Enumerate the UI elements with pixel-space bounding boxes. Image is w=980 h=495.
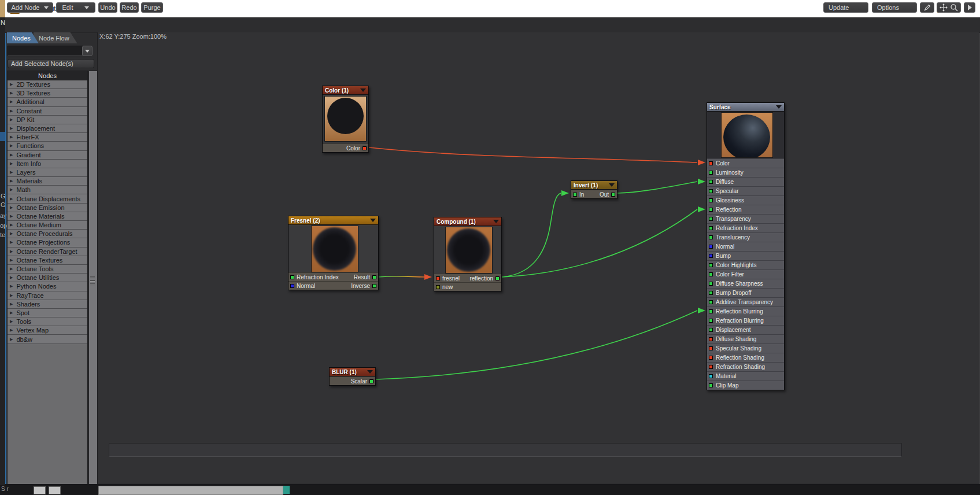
surface-input-diffuse-shading[interactable]: Diffuse Shading (707, 334, 784, 343)
port-connector-red[interactable] (709, 346, 713, 350)
pen-icon[interactable] (920, 2, 934, 13)
tab-node-flow[interactable]: Node Flow (34, 32, 77, 43)
port-connector-green[interactable] (369, 379, 373, 383)
port-connector-red[interactable] (709, 365, 713, 369)
surface-input-reflection-blurring[interactable]: Reflection Blurring (707, 306, 784, 316)
port-connector-green[interactable] (372, 284, 376, 288)
node-title-bar[interactable]: Fresnel (2) (289, 216, 378, 225)
add-selected-nodes-button[interactable]: Add Selected Node(s) (8, 59, 94, 68)
category-item-octane-tools[interactable]: ▶Octane Tools (8, 265, 87, 274)
category-item-2d-textures[interactable]: ▶2D Textures (8, 80, 87, 89)
surface-input-specular-shading[interactable]: Specular Shading (707, 343, 784, 353)
redo-button[interactable]: Redo (120, 2, 139, 13)
node-invert1[interactable]: Invert (1)InOut (571, 180, 617, 199)
surface-input-specular[interactable]: Specular (707, 186, 784, 195)
canvas-horizontal-scrollbar[interactable] (109, 443, 902, 457)
category-item-gradient[interactable]: ▶Gradient (8, 151, 87, 160)
port-connector-green[interactable] (709, 198, 713, 202)
port-connector-green[interactable] (709, 180, 713, 184)
port-connector-red[interactable] (709, 337, 713, 341)
category-item-materials[interactable]: ▶Materials (8, 177, 87, 186)
port-connector-green[interactable] (709, 383, 713, 387)
category-item-vertex-map[interactable]: ▶Vertex Map (8, 326, 87, 335)
undo-button[interactable]: Undo (98, 2, 117, 13)
category-item-octane-utilities[interactable]: ▶Octane Utilities (8, 274, 87, 282)
port-connector-blue[interactable] (709, 245, 713, 249)
node-graph-canvas[interactable] (97, 32, 979, 483)
expand-arrow-icon[interactable] (964, 2, 975, 13)
node-title-bar[interactable]: Surface (707, 103, 784, 112)
node-title-bar[interactable]: Color (1) (323, 86, 368, 95)
search-dropdown-button[interactable] (82, 46, 93, 56)
category-item-octane-displacements[interactable]: ▶Octane Displacements (8, 194, 87, 203)
node-menu-chevron-icon[interactable] (609, 183, 615, 187)
node-color1[interactable]: Color (1) Color (322, 86, 369, 153)
purge-button[interactable]: Purge (141, 2, 163, 13)
surface-input-reflection-shading[interactable]: Reflection Shading (707, 353, 784, 362)
port-connector-olive[interactable] (436, 285, 440, 289)
port-connector-green[interactable] (709, 282, 713, 286)
surface-input-diffuse[interactable]: Diffuse (707, 177, 784, 186)
port-connector-red[interactable] (709, 356, 713, 360)
surface-input-clip-map[interactable]: Clip Map (707, 381, 784, 390)
category-item-raytrace[interactable]: ▶RayTrace (8, 291, 87, 300)
category-item-math[interactable]: ▶Math (8, 186, 87, 194)
surface-input-material[interactable]: Material (707, 371, 784, 381)
category-item-octane-medium[interactable]: ▶Octane Medium (8, 221, 87, 230)
port-connector-green[interactable] (709, 309, 713, 313)
port-connector-green[interactable] (709, 208, 713, 212)
surface-input-normal[interactable]: Normal (707, 242, 784, 251)
surface-input-bump[interactable]: Bump (707, 251, 784, 260)
category-item-octane-procedurals[interactable]: ▶Octane Procedurals (8, 230, 87, 238)
node-menu-chevron-icon[interactable] (367, 370, 373, 374)
port-connector-blue[interactable] (709, 254, 713, 258)
node-compound1[interactable]: Compound (1) fresnelreflectionnew (434, 217, 502, 291)
node-title-bar[interactable]: Compound (1) (434, 217, 501, 226)
category-item-shaders[interactable]: ▶Shaders (8, 300, 87, 309)
surface-input-luminosity[interactable]: Luminosity (707, 168, 784, 177)
surface-input-bump-dropoff[interactable]: Bump Dropoff (707, 288, 784, 297)
category-item-octane-projections[interactable]: ▶Octane Projections (8, 238, 87, 247)
category-item-3d-textures[interactable]: ▶3D Textures (8, 89, 87, 98)
port-connector-green[interactable] (290, 275, 294, 279)
category-item-octane-rendertarget[interactable]: ▶Octane RenderTarget (8, 248, 87, 256)
port-connector-green[interactable] (709, 217, 713, 221)
node-fresnel2[interactable]: Fresnel (2) Refraction IndexResultNormal… (288, 216, 379, 290)
category-item-item-info[interactable]: ▶Item Info (8, 160, 87, 168)
node-menu-chevron-icon[interactable] (370, 219, 376, 222)
port-connector-green[interactable] (709, 300, 713, 304)
node-menu-chevron-icon[interactable] (776, 105, 782, 109)
list-scrollbar[interactable] (88, 71, 98, 485)
port-connector-green[interactable] (709, 226, 713, 230)
node-blur1[interactable]: BLUR (1)Scalar (329, 367, 376, 386)
port-connector-green[interactable] (495, 276, 500, 280)
category-item-functions[interactable]: ▶Functions (8, 142, 87, 150)
category-item-additional[interactable]: ▶Additional (8, 98, 87, 106)
port-connector-blue[interactable] (290, 284, 294, 288)
port-connector-red[interactable] (363, 146, 367, 150)
port-connector-red[interactable] (709, 161, 713, 165)
category-item-constant[interactable]: ▶Constant (8, 107, 87, 116)
category-item-displacement[interactable]: ▶Displacement (8, 124, 87, 133)
port-connector-green[interactable] (372, 275, 376, 279)
surface-input-diffuse-sharpness[interactable]: Diffuse Sharpness (707, 279, 784, 288)
category-item-spot[interactable]: ▶Spot (8, 309, 87, 317)
surface-input-reflection[interactable]: Reflection (707, 205, 784, 214)
node-title-bar[interactable]: Invert (1) (571, 181, 617, 190)
port-connector-green[interactable] (709, 328, 713, 332)
port-connector-green[interactable] (709, 235, 713, 239)
port-connector-green[interactable] (709, 189, 713, 193)
node-title-bar[interactable]: BLUR (1) (330, 368, 375, 376)
category-item-layers[interactable]: ▶Layers (8, 168, 87, 177)
surface-input-refraction-blurring[interactable]: Refraction Blurring (707, 316, 784, 325)
port-connector-green[interactable] (709, 263, 713, 267)
surface-input-displacement[interactable]: Displacement (707, 325, 784, 334)
category-item-dp-kit[interactable]: ▶DP Kit (8, 116, 87, 124)
port-connector-green[interactable] (611, 193, 615, 197)
port-connector-green[interactable] (709, 291, 713, 295)
surface-input-translucency[interactable]: Translucency (707, 232, 784, 242)
surface-input-glossiness[interactable]: Glossiness (707, 195, 784, 205)
category-item-octane-emission[interactable]: ▶Octane Emission (8, 204, 87, 212)
port-connector-red[interactable] (436, 276, 440, 280)
search-input[interactable] (8, 46, 84, 56)
